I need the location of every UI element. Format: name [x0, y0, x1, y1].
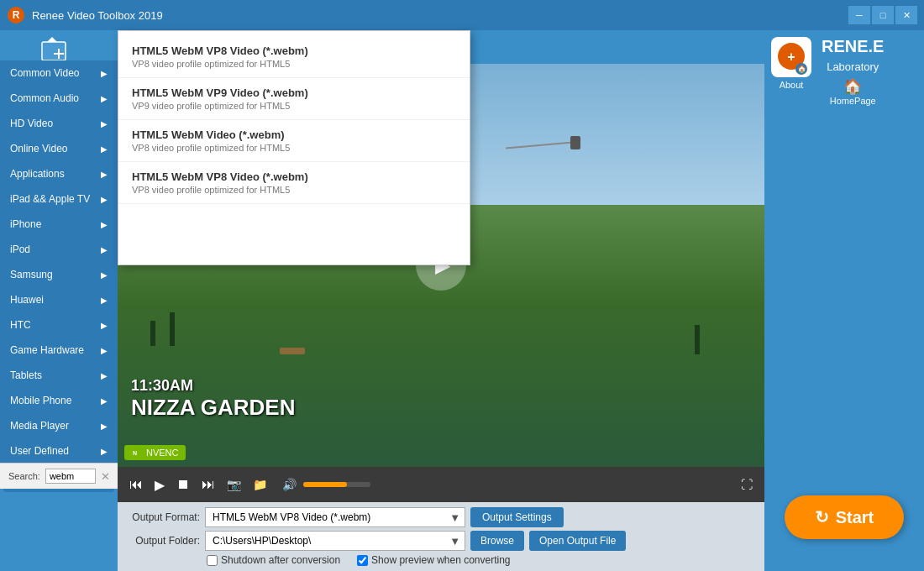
show-preview-checkbox[interactable]	[357, 555, 368, 566]
output-format-select[interactable]: HTML5 WebM VP8 Video (*.webm)	[205, 507, 465, 527]
menu-item-huawei[interactable]: Huawei ▶	[0, 287, 118, 312]
svg-text:N: N	[133, 450, 137, 456]
video-title: NIZZA GARDEN	[131, 395, 295, 421]
nvenc-badge: N NVENC	[124, 445, 186, 460]
chevron-right-icon: ▶	[101, 94, 108, 103]
format-name-1: HTML5 WebM VP9 Video (*.webm)	[132, 86, 456, 99]
menu-item-samsung[interactable]: Samsung ▶	[0, 262, 118, 287]
output-folder-label: Output Folder:	[126, 535, 200, 547]
title-bar: R Renee Video Toolbox 2019 ─ □ ✕	[0, 0, 924, 30]
menu-item-online-video[interactable]: Online Video ▶	[0, 136, 118, 161]
minimize-button[interactable]: ─	[848, 6, 870, 24]
rene-logo: RENE.E Laboratory	[822, 37, 884, 74]
video-overlay: 11:30AM NIZZA GARDEN	[131, 377, 295, 421]
skip-forward-button[interactable]: ⏭	[198, 475, 218, 494]
nvidia-icon: N	[131, 448, 143, 457]
chevron-right-icon: ▶	[101, 69, 108, 78]
homepage-button[interactable]: 🏠 HomePage	[830, 77, 876, 106]
folder-button[interactable]: 📁	[249, 476, 270, 493]
svg-text:R: R	[13, 9, 20, 21]
output-settings-button[interactable]: Output Settings	[470, 507, 564, 527]
format-name-3: HTML5 WebM VP8 Video (*.webm)	[132, 170, 456, 183]
about-label: About	[780, 80, 804, 90]
format-desc-1: VP9 video profile optimized for HTML5	[132, 101, 456, 111]
menu-item-common-audio[interactable]: Common Audio ▶	[0, 86, 118, 111]
chevron-right-icon: ▶	[101, 346, 108, 355]
right-panel: + 🏠 About RENE.E Laboratory	[764, 30, 924, 571]
output-folder-row: Output Folder: C:\Users\HP\Desktop\ ▼ Br…	[126, 531, 756, 551]
output-folder-input[interactable]: C:\Users\HP\Desktop\	[205, 531, 465, 551]
chevron-right-icon: ▶	[101, 220, 108, 229]
video-time: 11:30AM	[131, 377, 295, 395]
menu-item-iphone[interactable]: iPhone ▶	[0, 212, 118, 237]
shutdown-checkbox[interactable]	[207, 555, 218, 566]
search-input[interactable]	[45, 469, 96, 484]
chevron-right-icon: ▶	[101, 396, 108, 406]
app-icon: R	[7, 6, 25, 24]
submenu-item-1[interactable]: HTML5 WebM VP9 Video (*.webm) VP9 video …	[118, 78, 470, 120]
maximize-button[interactable]: □	[872, 6, 894, 24]
browse-button[interactable]: Browse	[470, 531, 524, 551]
screenshot-button[interactable]: 📷	[223, 476, 244, 493]
submenu-item-2[interactable]: HTML5 WebM Video (*.webm) VP8 video prof…	[118, 120, 470, 162]
volume-icon[interactable]: 🔊	[279, 476, 300, 493]
submenu-item-0[interactable]: HTML5 WebM VP8 Video (*.webm) VP8 video …	[118, 36, 470, 78]
menu-item-media-player[interactable]: Media Player ▶	[0, 413, 118, 438]
video-controls: ⏮ ▶ ⏹ ⏭ 📷 📁 🔊 ⛶	[118, 467, 764, 502]
chevron-right-icon: ▶	[101, 245, 108, 254]
chevron-right-icon: ▶	[101, 170, 108, 179]
chevron-right-icon: ▶	[101, 144, 108, 154]
menu-item-user-defined[interactable]: User Defined ▶	[0, 438, 118, 464]
format-name-2: HTML5 WebM Video (*.webm)	[132, 128, 456, 141]
play-pause-button[interactable]: ▶	[151, 475, 168, 495]
fullscreen-button[interactable]: ⛶	[738, 476, 756, 493]
search-clear-icon[interactable]: ✕	[101, 470, 110, 483]
show-preview-checkbox-label[interactable]: Show preview when converting	[357, 554, 510, 566]
shutdown-checkbox-label[interactable]: Shutdown after conversion	[207, 554, 340, 566]
homepage-label: HomePage	[830, 96, 876, 106]
svg-rect-2	[42, 42, 66, 60]
search-bar: Search: ✕	[0, 463, 118, 489]
output-format-row: Output Format: HTML5 WebM VP8 Video (*.w…	[126, 507, 756, 527]
search-label: Search:	[8, 471, 40, 481]
menu-item-mobile-phone[interactable]: Mobile Phone ▶	[0, 388, 118, 413]
submenu-panel: HTML5 WebM VP8 Video (*.webm) VP8 video …	[118, 30, 470, 265]
submenu-item-3[interactable]: HTML5 WebM VP8 Video (*.webm) VP8 video …	[118, 162, 470, 204]
close-button[interactable]: ✕	[895, 6, 917, 24]
start-refresh-icon: ↻	[815, 507, 829, 527]
menu-item-htc[interactable]: HTC ▶	[0, 312, 118, 338]
menu-item-applications[interactable]: Applications ▶	[0, 161, 118, 186]
skip-back-button[interactable]: ⏮	[126, 475, 146, 494]
menu-item-hd-video[interactable]: HD Video ▶	[0, 111, 118, 136]
dropdown-menu: Common Video ▶ Common Audio ▶ HD Video ▶	[0, 60, 118, 489]
about-button[interactable]: + 🏠 About	[771, 37, 811, 90]
start-button[interactable]: ↻ Start	[785, 495, 905, 539]
svg-marker-3	[47, 37, 57, 42]
checkboxes-row: Shutdown after conversion Show preview w…	[126, 554, 756, 566]
format-desc-2: VP8 video profile optimized for HTML5	[132, 143, 456, 153]
chevron-right-icon: ▶	[101, 195, 108, 204]
chevron-right-icon: ▶	[101, 321, 108, 330]
stop-button[interactable]: ⏹	[173, 475, 193, 494]
chevron-right-icon: ▶	[101, 371, 108, 380]
app-title: Renee Video Toolbox 2019	[32, 9, 163, 22]
menu-item-game-hardware[interactable]: Game Hardware ▶	[0, 338, 118, 363]
chevron-right-icon: ▶	[101, 422, 108, 431]
menu-item-tablets[interactable]: Tablets ▶	[0, 363, 118, 388]
menu-item-ipod[interactable]: iPod ▶	[0, 237, 118, 262]
chevron-right-icon: ▶	[101, 296, 108, 305]
open-output-button[interactable]: Open Output File	[529, 531, 626, 551]
menu-item-ipad-apple-tv[interactable]: iPad && Apple TV ▶	[0, 186, 118, 212]
format-name-0: HTML5 WebM VP8 Video (*.webm)	[132, 45, 456, 57]
svg-text:+: +	[787, 50, 795, 64]
format-desc-0: VP8 video profile optimized for HTML5	[132, 59, 456, 69]
volume-slider[interactable]	[303, 482, 370, 487]
menu-item-common-video[interactable]: Common Video ▶	[0, 60, 118, 86]
chevron-right-icon: ▶	[101, 270, 108, 280]
output-format-label: Output Format:	[126, 511, 200, 523]
home-icon: 🏠	[843, 77, 862, 96]
bottom-bar: Output Format: HTML5 WebM VP8 Video (*.w…	[118, 502, 764, 571]
format-desc-3: VP8 video profile optimized for HTML5	[132, 185, 456, 195]
chevron-right-icon: ▶	[101, 119, 108, 128]
chevron-right-icon: ▶	[101, 447, 108, 456]
